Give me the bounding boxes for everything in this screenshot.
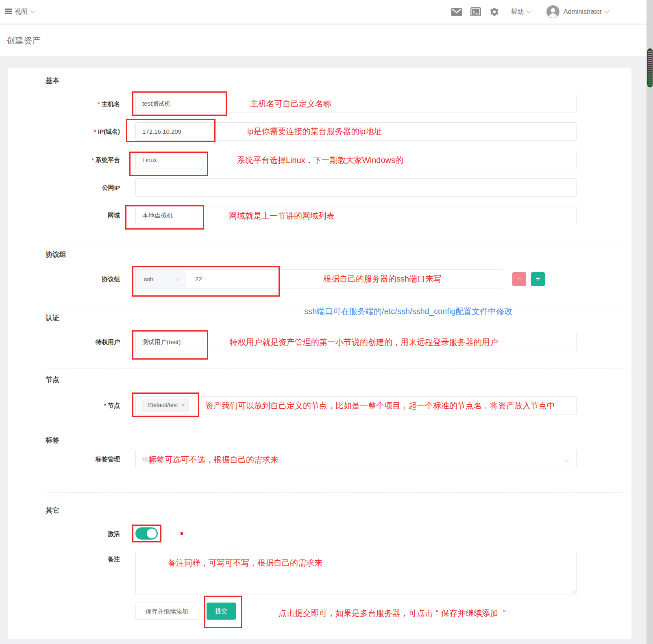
comment-label: 备注 — [14, 550, 120, 568]
labels-label: 标签管理 — [14, 450, 120, 468]
section-label-heading: 标签 — [46, 436, 59, 445]
view-menu[interactable]: 视图 — [15, 0, 35, 24]
chevron-down-icon — [564, 457, 569, 462]
page-header: 创建资产 — [0, 25, 653, 56]
chevron-down-icon — [30, 8, 35, 13]
chevron-down-icon — [175, 276, 180, 281]
node-tag-value: /Default/test — [148, 402, 178, 408]
help-menu[interactable]: 帮助 — [511, 0, 531, 24]
required-mark: * — [98, 100, 100, 107]
close-icon[interactable]: × — [182, 402, 185, 408]
protocol-group-label: 协议组 — [14, 270, 120, 288]
active-toggle[interactable] — [135, 527, 158, 540]
plus-icon: + — [535, 274, 540, 283]
admin-user-annotation: 特权用户就是资产管理的第一小节说的创建的，用来远程登录服务器的用户 — [230, 337, 498, 347]
save-and-continue-button[interactable]: 保存并继续添加 — [135, 603, 198, 620]
section-divider — [47, 243, 628, 243]
section-basic-heading: 基本 — [46, 76, 59, 85]
create-asset-form-card: 基本 *主机名 主机名可自己定义名称 *IP(域名) ip是你需要连接的某台服务… — [8, 68, 631, 639]
public-ip-input[interactable] — [135, 178, 577, 197]
web-terminal-icon[interactable] — [470, 7, 481, 18]
ssh-config-note: ssh端口可在服务端的/etc/ssh/sshd_config配置文件中修改 — [304, 306, 512, 317]
scrollbar-track[interactable] — [646, 0, 653, 644]
user-menu[interactable]: Administrator — [564, 0, 609, 24]
protocol-select[interactable]: ssh — [136, 270, 185, 288]
domain-select[interactable]: 本地虚拟机 — [135, 206, 577, 224]
mail-icon[interactable] — [451, 8, 462, 18]
domain-label: 网域 — [14, 206, 120, 224]
page-title: 创建资产 — [7, 25, 41, 56]
chevron-down-icon — [526, 8, 531, 13]
help-menu-label: 帮助 — [511, 8, 524, 15]
hostname-input[interactable] — [135, 95, 577, 113]
section-other-heading: 其它 — [46, 506, 59, 515]
section-divider — [47, 369, 628, 369]
protocol-group-box: ssh — [135, 269, 502, 288]
view-menu-label: 视图 — [15, 8, 28, 15]
minus-icon: − — [517, 274, 522, 283]
protocol-annotation: 根据自己的服务器的ssh端口来写 — [323, 273, 442, 284]
top-navbar: 视图 帮助 Administrator — [0, 0, 653, 24]
user-name: Administrator — [564, 8, 602, 15]
submit-annotation: 点击提交即可，如果是多台服务器，可点击＂保存并继续添加 ＂ — [279, 608, 509, 618]
hostname-annotation: 主机名可自己定义名称 — [250, 98, 331, 109]
avatar[interactable] — [546, 5, 559, 20]
public-ip-label: 公网IP — [14, 178, 120, 197]
toggle-knob — [147, 529, 157, 538]
comment-annotation: 备注同样，可写可不写，根据自己的需求来 — [168, 557, 322, 568]
gear-icon[interactable] — [490, 7, 499, 18]
platform-annotation: 系统平台选择Linux，下一期教大家Windows的 — [237, 155, 403, 165]
labels-annotation: 标签可选可不选，根据自己的需求来 — [148, 454, 279, 465]
section-auth-heading: 认证 — [46, 313, 59, 323]
ip-annotation: ip是你需要连接的某台服务器的ip地址 — [247, 126, 382, 137]
node-tag[interactable]: /Default/test× — [142, 399, 189, 412]
submit-button[interactable]: 提交 — [207, 603, 236, 620]
admin-user-label: 特权用户 — [14, 333, 120, 351]
add-protocol-button[interactable]: + — [531, 272, 545, 286]
remove-protocol-button[interactable]: − — [512, 272, 526, 286]
protocol-select-value: ssh — [144, 270, 153, 288]
hostname-label: *主机名 — [14, 95, 120, 113]
chevron-down-icon — [604, 8, 609, 13]
node-label: *节点 — [14, 396, 120, 414]
section-divider — [47, 430, 628, 430]
platform-label: *系统平台 — [14, 151, 120, 169]
hamburger-menu-icon[interactable] — [5, 9, 12, 14]
active-label: 激活 — [14, 525, 120, 543]
section-divider — [47, 492, 628, 493]
domain-annotation: 网域就是上一节讲的网域列表 — [229, 210, 335, 221]
scrollbar-thumb-stripes — [648, 51, 652, 85]
section-node-heading: 节点 — [46, 375, 59, 384]
protocol-port-input[interactable] — [185, 270, 327, 288]
page: 视图 帮助 Administrator 创建资产 基本 *主机名 主机名可自己定… — [0, 0, 653, 644]
ip-label: *IP(域名) — [14, 122, 120, 141]
red-dot-annotation — [181, 532, 183, 535]
section-protocol-heading: 协议组 — [46, 250, 66, 259]
scrollbar-thumb[interactable] — [647, 48, 653, 87]
node-annotation: 资产我们可以放到自己定义的节点，比如是一整个项目，起一个标准的节点名，将资产放入… — [205, 400, 555, 411]
